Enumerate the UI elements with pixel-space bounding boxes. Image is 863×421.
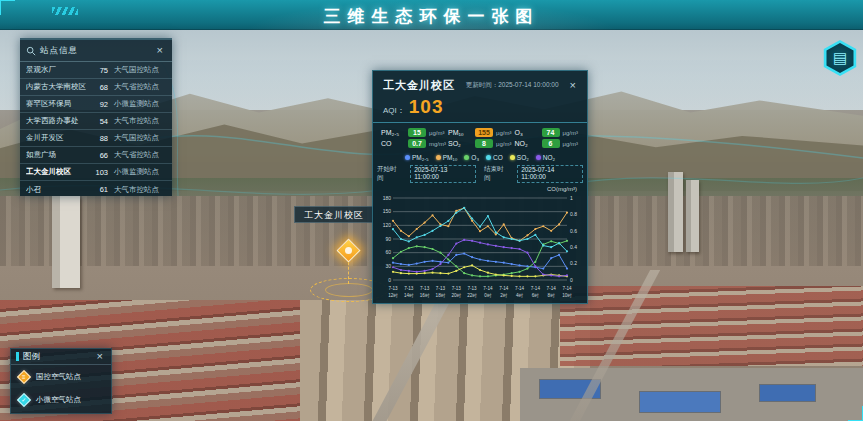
station-row[interactable]: 大学西路办事处54大气市控站点 — [20, 113, 172, 130]
popup-update-time: 更新时间：2025-07-14 10:00:00 — [455, 81, 567, 90]
station-type: 大气省控站点 — [114, 150, 166, 160]
pollutant-cell: NO₂6μg/m³ — [515, 139, 580, 148]
close-icon[interactable]: × — [567, 79, 579, 92]
svg-text:22时: 22时 — [467, 293, 477, 298]
svg-text:16时: 16时 — [420, 293, 430, 298]
station-aqi-value: 61 — [94, 185, 114, 194]
pollutant-value-badge: 155 — [475, 128, 493, 137]
app-header: 三维生态环保一张图 — [0, 0, 863, 30]
app-root: 三维生态环保一张图 站点信息 × 景观水厂75大气国控站点内蒙古大学南校区68大… — [0, 0, 863, 421]
pollutant-grid: PM₂.₅15μg/m³PM₁₀155μg/m³O₃74μg/m³CO0.7mg… — [373, 123, 587, 150]
pollutant-name: PM₂.₅ — [381, 129, 405, 136]
station-aqi-value: 103 — [94, 168, 114, 177]
chart-legend-item[interactable]: CO — [486, 154, 503, 161]
station-row[interactable]: 工大金川校区103小微监测站点 — [20, 164, 172, 181]
pollutant-value-badge: 0.7 — [408, 139, 426, 148]
station-aqi-value: 92 — [94, 100, 114, 109]
end-time-label: 结束时间 — [484, 165, 509, 183]
legend-label: PM₁₀ — [443, 154, 458, 161]
svg-text:0: 0 — [570, 277, 573, 283]
station-aqi-value: 88 — [94, 134, 114, 143]
station-list-header: 站点信息 × — [20, 40, 172, 62]
legend-dot-icon — [405, 155, 410, 160]
legend-item[interactable]: ≡国控空气站点 — [11, 365, 111, 388]
chart-legend-item[interactable]: O₃ — [464, 154, 479, 161]
time-range-row: 开始时间 2025-07-13 11:00:00 结束时间 2025-07-14… — [373, 163, 587, 185]
legend-items: ≡国控空气站点✓小微空气站点 — [11, 365, 111, 411]
svg-text:10时: 10时 — [562, 293, 572, 298]
svg-text:2时: 2时 — [500, 293, 508, 298]
legend-dot-icon — [486, 155, 491, 160]
pollutant-cell: O₃74μg/m³ — [515, 128, 580, 137]
svg-text:18时: 18时 — [436, 293, 446, 298]
legend-item-label: 小微空气站点 — [36, 395, 81, 405]
station-row[interactable]: 金川开发区88大气国控站点 — [20, 130, 172, 147]
end-time-input[interactable]: 2025-07-14 11:00:00 — [517, 165, 583, 183]
station-name: 赛罕区环保局 — [26, 99, 94, 109]
station-row[interactable]: 内蒙古大学南校区68大气省控站点 — [20, 79, 172, 96]
pollutant-cell: PM₂.₅15μg/m³ — [381, 128, 446, 137]
station-aqi-value: 54 — [94, 117, 114, 126]
station-list-panel: 站点信息 × 景观水厂75大气国控站点内蒙古大学南校区68大气省控站点赛罕区环保… — [20, 38, 172, 196]
station-aqi-value: 68 — [94, 83, 114, 92]
pollutant-cell: SO₂8μg/m³ — [448, 139, 513, 148]
svg-text:7-13: 7-13 — [436, 286, 446, 291]
legend-dot-icon — [510, 155, 515, 160]
station-type: 大气国控站点 — [114, 133, 166, 143]
station-row[interactable]: 景观水厂75大气国控站点 — [20, 62, 172, 79]
pollutant-cell: PM₁₀155μg/m³ — [448, 128, 513, 137]
svg-text:60: 60 — [385, 249, 391, 255]
svg-text:7-13: 7-13 — [404, 286, 414, 291]
svg-text:0.8: 0.8 — [570, 211, 577, 217]
svg-text:0.6: 0.6 — [570, 228, 577, 234]
station-type: 小微监测站点 — [114, 167, 166, 177]
pollutant-trend-chart: 030609012015018000.20.40.60.817-1312时7-1… — [377, 192, 583, 310]
svg-text:8时: 8时 — [548, 293, 556, 298]
svg-text:7-14: 7-14 — [499, 286, 509, 291]
svg-text:180: 180 — [383, 195, 392, 201]
start-time-input[interactable]: 2025-07-13 11:00:00 — [410, 165, 476, 183]
pollutant-name: CO — [381, 140, 405, 147]
svg-text:7-14: 7-14 — [515, 286, 525, 291]
chart-legend-item[interactable]: PM₁₀ — [436, 154, 458, 161]
svg-text:7-13: 7-13 — [467, 286, 477, 291]
legend-label: SO₂ — [517, 154, 529, 161]
pollutant-cell: CO0.7mg/m³ — [381, 139, 446, 148]
legend-label: CO — [493, 154, 503, 161]
diamond-glyph: ≡ — [22, 373, 26, 379]
svg-text:90: 90 — [385, 236, 391, 242]
svg-text:0时: 0时 — [484, 293, 492, 298]
svg-text:7-13: 7-13 — [452, 286, 462, 291]
legend-accent-bar — [16, 352, 19, 361]
aqi-label: AQI： — [383, 105, 405, 116]
station-aqi-value: 75 — [94, 66, 114, 75]
svg-text:20时: 20时 — [451, 293, 461, 298]
station-row[interactable]: 赛罕区环保局92小微监测站点 — [20, 96, 172, 113]
chart-legend-item[interactable]: SO₂ — [510, 154, 529, 161]
close-icon[interactable]: × — [94, 350, 106, 363]
station-name: 景观水厂 — [26, 65, 94, 75]
legend-label: O₃ — [471, 154, 479, 161]
station-name: 如意广场 — [26, 150, 94, 160]
pollutant-unit: μg/m³ — [563, 141, 578, 147]
legend-diamond-icon: ✓ — [17, 392, 31, 406]
station-row[interactable]: 小召61大气市控站点 — [20, 181, 172, 198]
station-row[interactable]: 如意广场66大气省控站点 — [20, 147, 172, 164]
station-type: 小微监测站点 — [114, 99, 166, 109]
pollutant-value-badge: 8 — [475, 139, 493, 148]
legend-dot-icon — [436, 155, 441, 160]
svg-text:6时: 6时 — [532, 293, 540, 298]
close-icon[interactable]: × — [154, 44, 166, 57]
marker-halo-ring-inner — [325, 283, 373, 297]
legend-item[interactable]: ✓小微空气站点 — [11, 388, 111, 411]
pollutant-unit: mg/m³ — [429, 141, 446, 147]
station-name: 大学西路办事处 — [26, 116, 94, 126]
diamond-glyph: ✓ — [21, 397, 26, 403]
map-station-label[interactable]: 工大金川校区 — [294, 206, 374, 223]
svg-text:7-14: 7-14 — [483, 286, 493, 291]
svg-text:120: 120 — [383, 222, 392, 228]
chart-legend-item[interactable]: NO₂ — [536, 154, 555, 161]
pollutant-value-badge: 74 — [542, 128, 560, 137]
layers-toggle-button[interactable]: ▤ — [822, 40, 858, 76]
chart-legend-item[interactable]: PM₂.₅ — [405, 154, 429, 161]
